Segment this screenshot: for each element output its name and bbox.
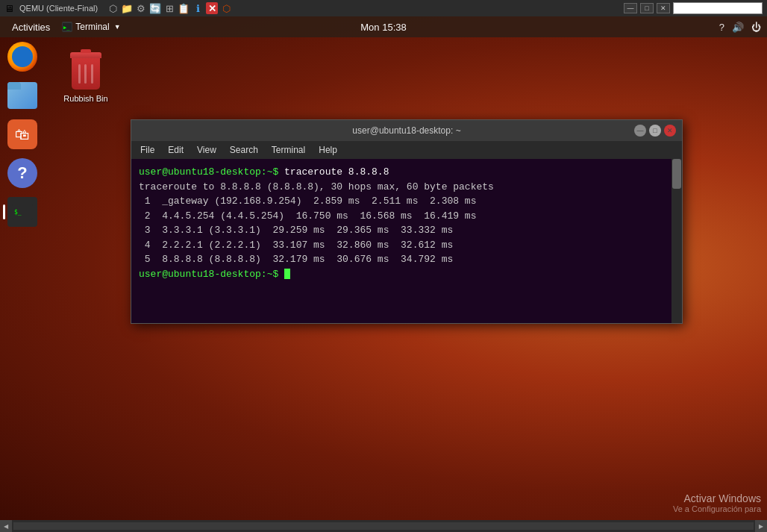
titlebar-buttons: — □ ✕ [634,125,676,137]
dock-item-software[interactable]: 🛍 [6,118,39,151]
panel-right: ? 🔊 ⏻ [719,22,761,33]
menu-help[interactable]: Help [313,141,343,159]
qemu-search-input[interactable] [673,2,763,14]
dock-item-files[interactable] [6,79,39,112]
term-output-5: 3 3.3.3.1 (3.3.3.1) 29.259 ms 29.365 ms … [139,225,453,236]
trash-graphic [69,52,103,91]
terminal-panel-icon: ▶_ [62,22,72,32]
term-line-1: user@ubuntu18-desktop:~$ traceroute 8.8.… [139,165,674,180]
power-icon[interactable]: ⏻ [751,22,761,33]
qemu-icon-1[interactable]: ⬡ [107,2,119,14]
watermark-line2: Ve a Configuración para [673,504,761,513]
help-icon-dock: ? [7,158,37,188]
term-prompt-1: user@ubuntu18-desktop:~$ [139,166,284,178]
help-icon-panel[interactable]: ? [719,22,724,33]
term-line-8: user@ubuntu18-desktop:~$ [139,267,674,282]
terminal-window: user@ubuntu18-desktop: ~ — □ ✕ File Edit… [131,119,683,324]
scroll-thumb[interactable] [672,159,681,189]
term-line-5: 3 3.3.3.1 (3.3.3.1) 29.259 ms 29.365 ms … [139,223,674,238]
files-icon [7,82,37,109]
scroll-left-arrow[interactable]: ◀ [0,520,12,532]
terminal-close-btn[interactable]: ✕ [664,125,676,137]
qemu-bar-right: — □ ✕ [624,2,763,14]
term-line-6: 4 2.2.2.1 (2.2.2.1) 33.107 ms 32.860 ms … [139,238,674,253]
terminal-panel-arrow: ▼ [114,23,121,31]
qemu-title: QEMU (Cliente-Final) [19,4,98,13]
term-cursor [284,269,290,279]
term-output-4: 2 4.4.5.254 (4.4.5.254) 16.750 ms 16.568… [139,210,476,222]
qemu-icon-stop[interactable]: ✕ [206,2,218,14]
term-line-4: 2 4.4.5.254 (4.4.5.254) 16.750 ms 16.568… [139,209,674,224]
firefox-icon [7,42,37,72]
terminal-window-title: user@ubuntu18-desktop: ~ [352,125,460,136]
term-output-2: traceroute to 8.8.8.8 (8.8.8.8), 30 hops… [139,181,494,193]
menu-search[interactable]: Search [224,141,264,159]
term-output-3: 1 _gateway (192.168.9.254) 2.859 ms 2.51… [139,195,476,207]
terminal-panel-label: Terminal [75,22,109,32]
trash-lid [70,52,101,58]
qemu-icon-5[interactable]: ⊞ [163,2,175,14]
trash-line-2 [84,64,87,84]
qemu-close-btn[interactable]: ✕ [657,3,670,13]
terminal-maximize-btn[interactable]: □ [649,125,661,137]
qemu-bar: 🖥 QEMU (Cliente-Final) ⬡ 📁 ⚙ 🔄 ⊞ 📋 ℹ ✕ ⬡… [0,0,767,16]
svg-text:▶_: ▶_ [63,25,70,31]
watermark: Activar Windows Ve a Configuración para [673,492,761,513]
terminal-scrollbar[interactable] [671,159,682,323]
term-line-7: 5 8.8.8.8 (8.8.8.8) 32.179 ms 30.676 ms … [139,252,674,267]
rubbish-bin-icon[interactable]: Rubbish Bin [56,52,116,103]
menu-view[interactable]: View [191,141,222,159]
term-line-3: 1 _gateway (192.168.9.254) 2.859 ms 2.51… [139,194,674,209]
term-output-6: 4 2.2.2.1 (2.2.2.1) 33.107 ms 32.860 ms … [139,240,453,251]
qemu-maximize-btn[interactable]: □ [640,3,654,13]
dock-item-terminal[interactable]: $_ [6,195,39,228]
ubuntu-panel: Activities ▶_ Terminal ▼ Mon 15:38 ? 🔊 ⏻ [0,16,767,37]
sound-icon[interactable]: 🔊 [732,22,744,33]
menu-file[interactable]: File [134,141,160,159]
terminal-panel-button[interactable]: ▶_ Terminal ▼ [56,22,126,32]
terminal-menubar: File Edit View Search Terminal Help [131,141,682,159]
scroll-right-arrow[interactable]: ▶ [755,520,767,532]
dock-item-help[interactable]: ? [6,157,39,190]
qemu-icon-3[interactable]: ⚙ [135,2,147,14]
terminal-minimize-btn[interactable]: — [634,125,646,137]
software-icon: 🛍 [7,119,37,149]
activities-button[interactable]: Activities [6,22,56,33]
qemu-icon-6[interactable]: 📋 [178,2,190,14]
trash-body [72,58,100,90]
svg-text:$_: $_ [14,209,22,216]
qemu-icon-7[interactable]: ℹ [192,2,204,14]
rubbish-bin-label: Rubbish Bin [63,94,107,103]
qemu-minimize-btn[interactable]: — [624,3,637,13]
term-cmd-1: traceroute 8.8.8.8 [284,166,389,178]
menu-terminal[interactable]: Terminal [266,141,311,159]
watermark-line1: Activar Windows [673,492,761,504]
qemu-icon-2[interactable]: 📁 [121,2,133,14]
dock: 🛍 ? $_ [0,37,45,228]
term-output-7: 5 8.8.8.8 (8.8.8.8) 32.179 ms 30.676 ms … [139,254,453,265]
terminal-icon-dock: $_ [7,197,37,227]
term-prompt-8: user@ubuntu18-desktop:~$ [139,269,284,280]
qemu-icon-4[interactable]: 🔄 [149,2,161,14]
desktop: 🖥 QEMU (Cliente-Final) ⬡ 📁 ⚙ 🔄 ⊞ 📋 ℹ ✕ ⬡… [0,0,767,532]
scroll-track[interactable] [13,522,754,530]
terminal-content[interactable]: user@ubuntu18-desktop:~$ traceroute 8.8.… [131,159,682,323]
menu-edit[interactable]: Edit [162,141,190,159]
panel-clock: Mon 15:38 [360,22,406,33]
trash-line-1 [78,64,81,84]
trash-line-3 [91,64,93,84]
term-line-2: traceroute to 8.8.8.8 (8.8.8.8), 30 hops… [139,180,674,195]
bottom-scrollbar: ◀ ▶ [0,520,767,532]
dock-item-firefox[interactable] [6,40,39,73]
terminal-titlebar: user@ubuntu18-desktop: ~ — □ ✕ [131,120,682,141]
qemu-toolbar: ⬡ 📁 ⚙ 🔄 ⊞ 📋 ℹ ✕ ⬡ [107,2,232,14]
qemu-icon-8[interactable]: ⬡ [220,2,232,14]
